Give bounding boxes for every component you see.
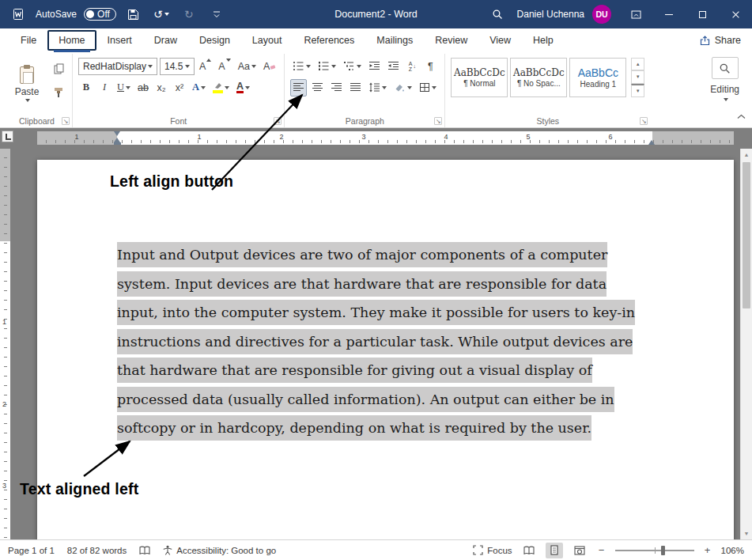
customize-toolbar-button[interactable]	[206, 4, 227, 25]
zoom-level[interactable]: 106%	[721, 546, 744, 555]
line-spacing-button[interactable]	[366, 79, 389, 96]
strikethrough-button[interactable]: ab	[135, 79, 151, 96]
font-color-caret-icon	[245, 86, 250, 89]
selected-text[interactable]: Input and Output devices are two of majo…	[117, 242, 635, 441]
bullets-button[interactable]	[290, 58, 313, 75]
ribbon: Paste Clipboard ↘ RedHatDisplay	[0, 52, 752, 128]
scroll-up-button[interactable]: ▲	[741, 149, 752, 161]
save-button[interactable]	[123, 4, 144, 25]
tab-stop-selector[interactable]	[2, 131, 13, 142]
styles-scroll-down-button[interactable]: ▼	[631, 70, 644, 83]
styles-more-button[interactable]: ▼	[631, 84, 644, 97]
shrink-font-button[interactable]: A	[216, 58, 232, 75]
tab-references[interactable]: References	[293, 30, 365, 51]
editing-label[interactable]: Editing	[710, 84, 739, 95]
tab-help[interactable]: Help	[522, 30, 565, 51]
collapse-ribbon-button[interactable]	[737, 108, 746, 123]
user-name[interactable]: Daniel Uchenna	[517, 9, 584, 20]
avatar[interactable]: DU	[592, 5, 611, 24]
font-color-button[interactable]: A	[234, 79, 252, 96]
autosave-label: AutoSave	[36, 9, 77, 20]
zoom-out-button[interactable]: −	[596, 544, 607, 556]
align-right-button[interactable]	[328, 79, 345, 96]
align-center-button[interactable]	[309, 79, 326, 96]
style-name: ¶ No Spac...	[517, 79, 561, 88]
read-mode-button[interactable]	[520, 543, 538, 558]
horizontal-ruler[interactable]: 1 1 2 3 4 5 6	[37, 131, 734, 145]
style-no-spacing[interactable]: AaBbCcDc ¶ No Spac...	[510, 58, 567, 97]
tab-mailings[interactable]: Mailings	[365, 30, 424, 51]
minimize-button[interactable]	[652, 0, 686, 28]
italic-button[interactable]: I	[96, 79, 112, 96]
zoom-in-button[interactable]: +	[702, 544, 713, 556]
focus-mode-button[interactable]: Focus	[473, 545, 512, 555]
share-button[interactable]: Share	[700, 35, 741, 46]
zoom-slider-thumb[interactable]	[661, 546, 665, 555]
redo-button[interactable]: ↻	[179, 4, 199, 25]
maximize-button[interactable]	[686, 0, 719, 28]
close-button[interactable]	[719, 0, 752, 28]
font-dialog-launcher[interactable]: ↘	[274, 117, 282, 125]
style-heading-1[interactable]: AaBbCc Heading 1	[569, 58, 626, 97]
tab-layout[interactable]: Layout	[241, 30, 293, 51]
vertical-ruler[interactable]: 1 2 3	[0, 149, 10, 539]
first-line-indent-marker[interactable]	[114, 131, 120, 136]
styles-dialog-launcher[interactable]: ↘	[640, 117, 648, 125]
styles-scroll-up-button[interactable]: ▲	[631, 58, 644, 70]
underline-button[interactable]: U	[115, 79, 133, 96]
word-count[interactable]: 82 of 82 words	[67, 546, 127, 555]
highlight-color-button[interactable]	[210, 79, 232, 96]
multilevel-list-button[interactable]	[341, 58, 364, 75]
tab-insert[interactable]: Insert	[96, 30, 143, 51]
web-layout-button[interactable]	[571, 543, 588, 558]
format-painter-button[interactable]	[51, 84, 66, 101]
borders-button[interactable]	[417, 79, 439, 96]
ribbon-search-button[interactable]	[712, 57, 739, 79]
tab-review[interactable]: Review	[424, 30, 478, 51]
justify-button[interactable]	[347, 79, 364, 96]
right-indent-marker[interactable]	[648, 140, 655, 145]
tab-design[interactable]: Design	[188, 30, 241, 51]
paste-button[interactable]: Paste	[7, 55, 47, 111]
tab-draw[interactable]: Draw	[143, 30, 188, 51]
shading-button[interactable]	[391, 79, 414, 96]
show-formatting-marks-button[interactable]: ¶	[422, 58, 438, 75]
proofing-status-button[interactable]	[139, 546, 150, 555]
style-name: Heading 1	[580, 80, 617, 89]
sort-button[interactable]: AZ ↓	[404, 58, 420, 75]
grow-font-button[interactable]: A	[197, 58, 214, 75]
autosave-toggle[interactable]: Off	[84, 8, 116, 21]
scrollbar-thumb[interactable]	[743, 162, 750, 308]
style-normal[interactable]: AaBbCcDc ¶ Normal	[451, 58, 508, 97]
font-name-combo[interactable]: RedHatDisplay	[78, 58, 157, 75]
bold-button[interactable]: B	[78, 79, 94, 96]
ribbon-display-options-button[interactable]	[619, 0, 652, 28]
superscript-button[interactable]: x²	[172, 79, 187, 96]
decrease-indent-button[interactable]	[366, 58, 383, 75]
document-page[interactable]: Left align button Input and Output devic…	[37, 160, 734, 539]
tab-home[interactable]: Home	[47, 30, 96, 51]
vertical-scrollbar[interactable]: ▲ ▼	[740, 149, 752, 539]
subscript-button[interactable]: x₂	[153, 79, 169, 96]
copy-button[interactable]	[51, 60, 66, 78]
clipboard-dialog-launcher[interactable]: ↘	[62, 117, 70, 125]
print-layout-button[interactable]	[546, 543, 563, 558]
clear-formatting-button[interactable]: A	[261, 58, 278, 75]
font-size-combo[interactable]: 14.5	[160, 58, 195, 75]
paragraph-dialog-launcher[interactable]: ↘	[434, 117, 442, 125]
tab-view[interactable]: View	[478, 30, 522, 51]
document-paragraph[interactable]: Input and Output devices are two of majo…	[117, 240, 645, 443]
scroll-down-button[interactable]: ▼	[741, 528, 752, 539]
increase-indent-button[interactable]	[385, 58, 402, 75]
left-indent-marker[interactable]	[114, 142, 121, 145]
text-effects-button[interactable]: A	[190, 79, 208, 96]
accessibility-status-button[interactable]: Accessibility: Good to go	[163, 545, 276, 555]
tab-file[interactable]: File	[9, 30, 47, 51]
zoom-slider[interactable]	[615, 550, 694, 551]
page-indicator[interactable]: Page 1 of 1	[8, 546, 55, 555]
undo-button[interactable]: ↺	[151, 4, 172, 25]
align-left-button[interactable]	[290, 79, 307, 96]
change-case-button[interactable]: Aa	[236, 58, 259, 75]
search-icon[interactable]	[487, 4, 508, 25]
numbering-button[interactable]	[316, 58, 338, 75]
